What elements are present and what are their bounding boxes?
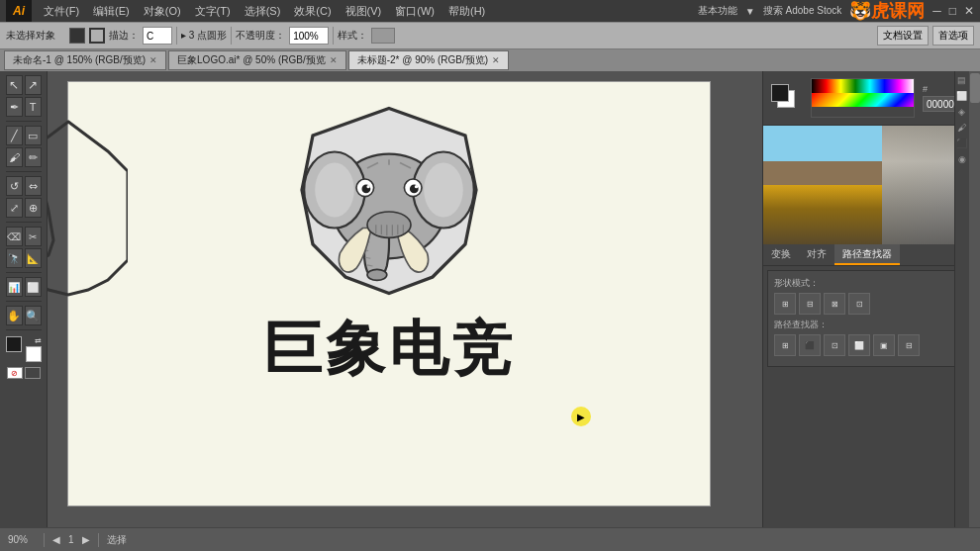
color-swatch-area [771, 84, 803, 112]
fill-swatch-front[interactable] [6, 336, 22, 352]
menu-object[interactable]: 对象(O) [138, 2, 187, 21]
menu-effect[interactable]: 效果(C) [288, 2, 337, 21]
preferences-btn[interactable]: 首选项 [932, 26, 974, 46]
intersect-btn[interactable]: ⊠ [824, 293, 845, 315]
next-page-btn[interactable]: ▶ [82, 534, 90, 545]
menu-edit[interactable]: 编辑(E) [87, 2, 136, 21]
stroke-color-btn[interactable] [89, 28, 105, 44]
tab-0[interactable]: 未命名-1 @ 150% (RGB/预览) ✕ [4, 50, 166, 70]
fg-color-swatch[interactable] [771, 84, 789, 102]
tab-2[interactable]: 未标题-2* @ 90% (RGB/预览) ✕ [348, 50, 509, 70]
scrollbar-thumb[interactable] [970, 73, 980, 103]
minus-back-btn[interactable]: ⊟ [898, 334, 920, 356]
zoom-tool[interactable]: 🔍 [25, 306, 42, 325]
line-tool[interactable]: ╱ [6, 126, 23, 145]
pen-tool[interactable]: ✒ [6, 97, 23, 117]
tab-0-close[interactable]: ✕ [149, 55, 157, 65]
puppet-tool[interactable]: ⊕ [25, 198, 42, 218]
basic-function-arrow: ▼ [745, 6, 755, 17]
scale-tools: ⤢ ⊕ [6, 198, 42, 218]
menu-select[interactable]: 选择(S) [239, 2, 287, 21]
eraser-tool[interactable]: ⌫ [6, 227, 23, 246]
mirror-tool[interactable]: ⇔ [25, 176, 42, 196]
menu-file[interactable]: 文件(F) [38, 2, 85, 21]
outline-btn[interactable]: ▣ [873, 334, 895, 356]
menu-view[interactable]: 视图(V) [340, 2, 388, 21]
eyedropper-tool[interactable]: 🔭 [6, 248, 23, 268]
brush-tools: 🖌 ✏ [6, 147, 42, 167]
color-mode-btn[interactable] [25, 367, 41, 379]
tab-1-close[interactable]: ✕ [330, 55, 338, 65]
document-settings-btn[interactable]: 文档设置 [877, 26, 929, 46]
shape-mode-label: 形状模式： [774, 277, 969, 290]
swap-colors-icon[interactable]: ⇄ [35, 336, 42, 345]
menu-help[interactable]: 帮助(H) [442, 2, 491, 21]
exclude-btn[interactable]: ⊡ [848, 293, 870, 315]
canvas-area[interactable]: 巨象电竞 ▶ [48, 71, 762, 527]
pen-tools: ✒ T [6, 97, 42, 117]
rect-tool[interactable]: ▭ [25, 126, 42, 145]
svg-point-3 [315, 163, 354, 218]
pathfinder-panel: 形状模式： ⊞ ⊟ ⊠ ⊡ 路径查找器： ⊞ ⬛ ⊡ ⬜ ▣ ⊟ [767, 270, 976, 367]
style-swatch[interactable] [371, 28, 395, 44]
elephant-logo-container: 巨象电竞 [262, 102, 516, 390]
unite-btn[interactable]: ⊞ [774, 293, 796, 315]
graph-tool[interactable]: 📊 [6, 277, 23, 297]
right-scrollbar[interactable] [968, 71, 980, 527]
stroke-input[interactable] [143, 27, 172, 45]
swatches-icon[interactable]: ⬛ [956, 138, 967, 148]
tab-1[interactable]: 巨象LOGO.ai* @ 50% (RGB/预览 ✕ [168, 50, 346, 70]
tab-align[interactable]: 对齐 [799, 244, 834, 265]
tab-0-label: 未命名-1 @ 150% (RGB/预览) [13, 53, 146, 67]
tab-pathfinder[interactable]: 路径查找器 [834, 244, 900, 265]
trim-btn[interactable]: ⬛ [799, 334, 821, 356]
hand-tool[interactable]: ✋ [6, 306, 23, 325]
close-btn[interactable]: ✕ [964, 4, 974, 18]
divide-btn[interactable]: ⊞ [774, 334, 796, 356]
type-tool[interactable]: T [25, 97, 42, 117]
toolbar-selection-label: 未选择对象 [6, 29, 65, 43]
minus-front-btn[interactable]: ⊟ [799, 293, 821, 315]
tab-2-close[interactable]: ✕ [492, 55, 500, 65]
crop-btn[interactable]: ⬜ [848, 334, 870, 356]
fill-swatch-back[interactable] [26, 346, 42, 362]
no-fill-btn[interactable]: ⊘ [7, 367, 23, 379]
saturation-bar[interactable] [812, 93, 914, 107]
fill-color-btn[interactable] [69, 28, 85, 44]
direct-select-tool[interactable]: ↗ [25, 75, 42, 95]
layers-icon[interactable]: ▤ [957, 75, 966, 85]
tab-transform[interactable]: 变换 [763, 244, 799, 265]
graphic-styles-icon[interactable]: ◉ [958, 154, 966, 164]
color-gradient-bar[interactable] [811, 78, 915, 118]
maximize-btn[interactable]: □ [949, 4, 956, 18]
scale-tool[interactable]: ⤢ [6, 198, 23, 218]
rotate-tool[interactable]: ↺ [6, 176, 23, 196]
measure-tool[interactable]: 📐 [25, 248, 42, 268]
menu-window[interactable]: 窗口(W) [389, 2, 441, 21]
symbols-icon[interactable]: ◈ [958, 107, 965, 117]
status-bar: 90% ◀ 1 ▶ 选择 [0, 527, 980, 551]
selection-tools: ↖ ↗ [6, 75, 42, 95]
scissors-tool[interactable]: ✂ [25, 227, 42, 246]
merge-btn[interactable]: ⊡ [824, 334, 845, 356]
sep1 [176, 27, 177, 45]
paintbrush-tool[interactable]: 🖌 [6, 147, 23, 167]
tab-1-label: 巨象LOGO.ai* @ 50% (RGB/预览 [177, 53, 326, 67]
artboard-tool[interactable]: ⬜ [25, 277, 42, 297]
brushes-icon[interactable]: 🖌 [957, 123, 966, 133]
search-adobe-stock: 搜索 Adobe Stock [763, 4, 841, 18]
logo-text: 巨象电竞 [262, 310, 516, 390]
pencil-tool[interactable]: ✏ [25, 147, 42, 167]
opacity-input[interactable] [289, 27, 329, 45]
select-tool[interactable]: ↖ [6, 75, 23, 95]
prev-page-btn[interactable]: ◀ [52, 534, 60, 545]
style-label: 样式： [338, 29, 367, 43]
graph-tools: 📊 ⬜ [6, 277, 42, 297]
artboards-icon[interactable]: ⬜ [956, 91, 967, 101]
minimize-btn[interactable]: ─ [932, 4, 941, 18]
status-sep-1 [44, 533, 45, 547]
menu-text[interactable]: 文字(T) [189, 2, 237, 21]
ai-logo-menu: Ai [6, 0, 32, 22]
tabs-row: 未命名-1 @ 150% (RGB/预览) ✕ 巨象LOGO.ai* @ 50%… [0, 49, 980, 71]
hue-bar[interactable] [812, 79, 914, 93]
